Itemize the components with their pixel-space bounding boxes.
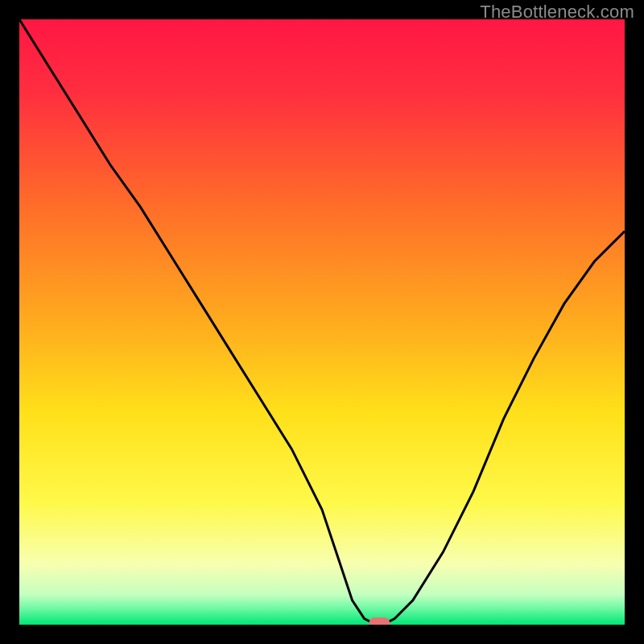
watermark-text: TheBottleneck.com xyxy=(480,2,634,23)
chart-frame: TheBottleneck.com xyxy=(0,0,644,644)
plot-area xyxy=(19,19,625,625)
chart-svg xyxy=(19,19,625,625)
optimal-marker xyxy=(369,617,390,625)
gradient-background xyxy=(19,19,625,625)
